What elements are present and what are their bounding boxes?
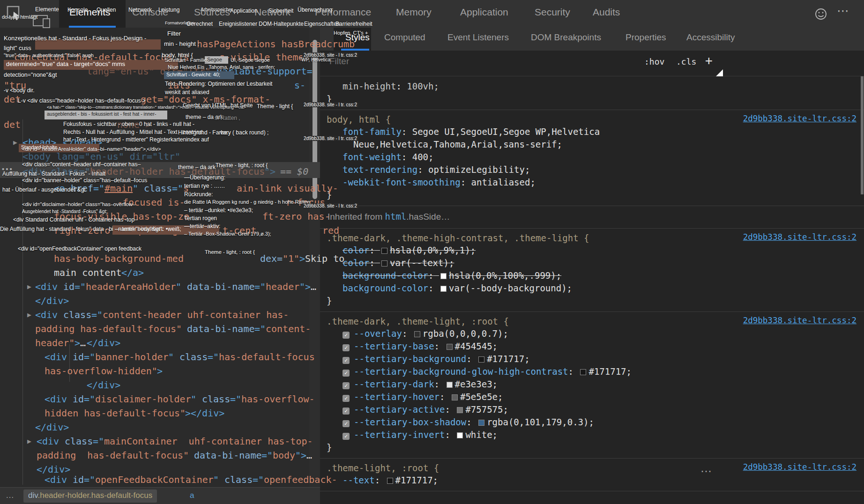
css-declaration[interactable]: ✓--tertiary-active: #757575; [327,403,857,416]
rule-more-dots[interactable]: ⋯ [700,465,712,478]
translation-overlay: theme – da ark [178,164,216,170]
color-swatch[interactable] [387,478,393,484]
css-declaration[interactable]: font-family: Segoe UI,SegoeUI,Segoe WP,H… [327,126,857,138]
declaration-checkbox[interactable]: ✓ [343,357,350,364]
declaration-checkbox[interactable]: ✓ [343,433,350,440]
dom-node-text: banner-holder [95,351,169,363]
declaration-checkbox[interactable]: ✓ [343,420,350,427]
stylesheet-link[interactable]: 2d9bb338.site-ltr.css:2 [743,462,857,472]
breadcrumb-a-crumb[interactable]: a [190,491,194,500]
translation-overlay: Theme - light, : root { [205,249,255,255]
stylesheet-link[interactable]: 2d9bb338.site-ltr.css:2 [743,232,857,242]
property-value: var(--text); [390,258,454,268]
tab-audits[interactable]: Audits [593,7,620,18]
expand-arrow-icon[interactable]: ▶ [27,311,31,319]
translation-overlay: Tertian rogen [184,215,217,222]
css-declaration[interactable]: ✓--tertiary-invert: white; [327,429,857,441]
css-declaration[interactable]: background-color: hsla(0,0%,100%,.999); [327,269,857,282]
sidebar-tab-dom-breakpoints[interactable]: DOM Breakpoints [531,32,601,43]
color-swatch[interactable] [457,407,463,413]
device-toolbar-icon[interactable] [33,15,52,28]
css-declaration[interactable]: min-height: 100vh; [327,80,857,93]
css-declaration[interactable]: color: var(--text); [327,257,857,269]
css-declaration[interactable]: ✓--tertiary-dark: #e3e3e3; [327,378,857,391]
property-value: rgba(0,0,0,0.7); [423,328,508,339]
tab-memory[interactable]: Memory [396,7,432,18]
css-declaration[interactable]: ✓--tertiary-box-shadow: rgba(0,101,179,0… [327,416,857,429]
css-declaration[interactable]: Neue,Helvetica,Tahoma,Arial,sans-serif; [327,138,857,151]
dom-node-text: Skip to [305,253,344,264]
color-swatch[interactable] [440,286,447,292]
dom-node-text: <div [45,351,73,363]
dom-node-text: content- [266,323,311,334]
tab-security[interactable]: Security [535,7,570,18]
css-declaration[interactable]: ✓--tertiary-hover: #5e5e5e; [327,391,857,403]
declaration-checkbox[interactable]: ✓ [343,408,350,415]
color-swatch[interactable] [447,344,453,350]
breadcrumb-selected-crumb[interactable]: div.header-holder.has-default-focus [23,489,157,503]
translation-overlay: Hopfen. CT's + [334,30,368,36]
declaration-checkbox[interactable]: ✓ [343,370,350,377]
tab-application[interactable]: Application [460,7,508,18]
expand-arrow-icon[interactable]: ▶ [27,437,31,445]
dom-node-text: "1" [283,253,299,264]
translation-overlay: hat - Text - Hintergrund - mittlerer" Re… [63,136,209,143]
css-declaration[interactable]: ✓--tertiary-background: #171717; [327,353,857,365]
translation-overlay: <div Standard Container uhf - Container … [13,216,138,223]
dom-node-text: has-overflow-hidden" [45,365,157,377]
css-declaration[interactable]: text-rendering: optimizeLegibility; [327,163,857,176]
inherited-target[interactable]: html [385,211,407,222]
stylesheet-link[interactable]: 2d9bb338.site-ltr.css:2 [743,316,857,325]
color-swatch[interactable] [447,382,453,388]
color-swatch[interactable] [478,420,484,426]
dom-node-text: det [4,119,21,130]
inherited-from-label: Inherited from html.hasSide… [327,209,857,224]
color-swatch[interactable] [457,432,463,438]
translation-overlay: Filter [167,30,181,37]
expand-arrow-icon[interactable]: ▶ [27,282,31,291]
dom-node-text: </div> [35,422,69,433]
css-declaration[interactable]: ✓--tertiary-base: #454545; [327,340,857,353]
filter-button-[interactable]: + [705,53,713,67]
more-menu-icon[interactable]: ⋯ [837,4,849,18]
feedback-smiley-icon[interactable] [814,7,827,21]
declaration-checkbox[interactable]: ✓ [343,395,350,402]
color-swatch[interactable] [440,273,447,279]
translation-overlay: <div id="headerAreaHolder" data–bi–name=… [22,146,161,152]
translation-overlay: —Überlagerung: [184,174,225,181]
css-declaration[interactable]: ✓--overlay: rgba(0,0,0,0.7); [327,327,857,340]
filter-button-cls[interactable]: .cls [676,57,696,67]
sidebar-tab-event-listeners[interactable]: Event Listeners [447,32,509,43]
declaration-checkbox[interactable]: ✓ [343,332,350,339]
filter-button-hov[interactable]: :hov [644,57,664,67]
breadcrumb-overflow-dots[interactable]: … [6,490,14,500]
css-declaration[interactable]: color: hsla(0,0%,9%,1); [327,244,857,257]
css-declaration[interactable]: font-weight: 400; [327,151,857,163]
translation-overlay: -v <body dir. [4,87,35,94]
crumb-tag-name: div [28,491,37,500]
color-swatch[interactable] [414,331,420,337]
declaration-checkbox[interactable]: ✓ [343,344,350,351]
color-swatch[interactable] [478,356,484,363]
stylesheet-link[interactable]: 2d9bb338.site-ltr.css:2 [743,114,857,123]
css-declaration[interactable]: ✓--tertiary-background-glow-high-contras… [327,365,857,378]
sidebar-tab-properties[interactable]: Properties [626,32,666,43]
translation-overlay: Geerbt von HTML. hat Seite [183,102,253,109]
color-swatch[interactable] [381,248,387,254]
inspect-element-icon[interactable] [7,6,22,21]
sidebar-tab-computed[interactable]: Computed [384,32,425,43]
declaration-checkbox[interactable]: ✓ [343,382,350,389]
sidebar-tab-accessibility[interactable]: Accessibility [686,32,735,43]
color-swatch[interactable] [381,260,387,267]
styles-filter-input[interactable] [329,56,629,67]
property-name: color [343,258,369,268]
color-swatch[interactable] [580,369,586,375]
color-swatch[interactable] [452,394,458,400]
dom-node-text: =" [74,281,86,292]
css-declaration[interactable]: --text: #171717; [327,474,857,487]
css-declaration[interactable]: background-color: var(--body-background)… [327,282,857,295]
property-value: Segoe UI,SegoeUI,Segoe WP,Helvetica [407,126,600,137]
css-declaration[interactable]: -webkit-font-smoothing: antialiased; [327,176,857,189]
stylesheet-chip-overlay: 2d9bb338. site - l tr. css:2 [302,203,358,208]
expand-arrow-icon[interactable]: ▶ [13,138,17,147]
